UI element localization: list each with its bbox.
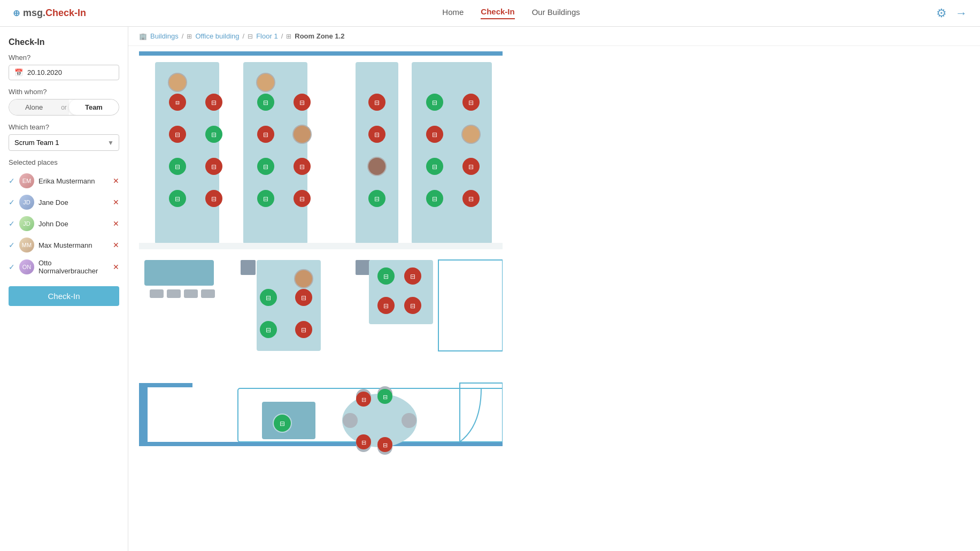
chair-4 (201, 289, 215, 298)
content-area: 🏢 Buildings / ⊞ Office building / ⊟ Floo… (128, 27, 980, 551)
bc-sep-1: / (182, 32, 184, 40)
mir8: ⊟ (432, 131, 437, 139)
mi8: ⊟ (211, 195, 217, 203)
mrtr3: ⊟ (383, 442, 388, 448)
door-arc (460, 388, 481, 442)
settings-icon[interactable]: ⚙ (936, 6, 947, 20)
sidebar: Check-In When? 📅 20.10.2020 With whom? A… (0, 27, 128, 551)
mrmg1: ⊟ (383, 273, 389, 280)
header: ⊕ msg.Check-In Home Check-In Our Buildin… (0, 0, 980, 27)
monitor-icon-2: ⊟ (211, 99, 217, 106)
rt-chair-right (402, 413, 416, 428)
main-layout: Check-In When? 📅 20.10.2020 With whom? A… (0, 27, 980, 551)
remove-john[interactable]: ✕ (113, 219, 119, 228)
person-row-erika: ✓ EM Erika Mustermann ✕ (9, 171, 119, 191)
breadcrumb-floor[interactable]: Floor 1 (256, 32, 277, 40)
mrtr1: ⊟ (361, 396, 366, 403)
mmr2: ⊟ (301, 326, 306, 334)
breadcrumb-room-zone: Room Zone 1.2 (295, 32, 344, 40)
calendar-icon: 📅 (14, 68, 23, 76)
mir2: ⊟ (263, 131, 268, 139)
mi7: ⊟ (175, 195, 180, 203)
team-select[interactable]: Scrum Team 1 Scrum Team 2 Design Team (9, 134, 119, 151)
mmeetg1: ⊟ (280, 420, 285, 427)
avatar-otto: ON (19, 259, 34, 274)
sidebar-title: Check-In (9, 37, 119, 47)
chair-1 (150, 289, 164, 298)
mrmr2: ⊟ (383, 302, 389, 310)
cluster-bg-3 (356, 62, 398, 244)
check-icon-john: ✓ (9, 219, 15, 228)
nav-buildings[interactable]: Our Buildings (532, 7, 580, 19)
team-button[interactable]: Team (69, 100, 119, 115)
left-wall-bottom (139, 383, 143, 442)
mrmr1: ⊟ (410, 273, 415, 280)
avatar-john: JD (19, 216, 34, 231)
remove-max[interactable]: ✕ (113, 241, 119, 249)
monitor-icon-1: ⊟ (175, 99, 179, 106)
remove-erika[interactable]: ✕ (113, 177, 119, 185)
checkin-button[interactable]: Check-In (9, 286, 119, 306)
mig2: ⊟ (263, 163, 268, 171)
mir10: ⊟ (468, 195, 474, 203)
avatar-erika: EM (19, 173, 34, 188)
nav-home[interactable]: Home (442, 7, 464, 19)
logout-icon[interactable]: → (955, 6, 967, 20)
breadcrumb-buildings[interactable]: Buildings (150, 32, 179, 40)
mrtr2: ⊟ (361, 439, 366, 446)
floor-plan-svg: ⊟ ⊟ ⊟ ⊟ ⊟ ⊟ ⊟ ⊟ (139, 51, 503, 458)
main-nav: Home Check-In Our Buildings (442, 7, 580, 19)
room-outline (438, 260, 503, 351)
when-label: When? (9, 53, 119, 62)
breadcrumb: 🏢 Buildings / ⊞ Office building / ⊟ Floo… (128, 27, 980, 46)
mid-person-face (295, 270, 312, 287)
entry-inner (143, 387, 148, 442)
remove-jane[interactable]: ✕ (113, 198, 119, 206)
check-icon-otto: ✓ (9, 263, 15, 271)
mig1: ⊟ (263, 99, 268, 106)
cluster-bg-4 (412, 62, 492, 244)
logo-icon: ⊕ (13, 8, 20, 18)
mmg2: ⊟ (266, 326, 271, 334)
alone-team-toggle: Alone or Team (9, 99, 119, 116)
desk-person-face (169, 74, 186, 91)
breadcrumb-office[interactable]: Office building (195, 32, 239, 40)
alone-button[interactable]: Alone (9, 100, 59, 115)
corridor (139, 243, 503, 249)
selected-places-label: Selected places (9, 158, 119, 166)
mi3: ⊟ (175, 131, 180, 139)
c4-pf (462, 126, 480, 143)
date-field[interactable]: 📅 20.10.2020 (9, 65, 119, 80)
mig7: ⊟ (432, 195, 437, 203)
mig4: ⊟ (374, 195, 380, 203)
check-icon-max: ✓ (9, 241, 15, 249)
avatar-jane: JD (19, 195, 34, 210)
logo: ⊕ msg.Check-In (13, 7, 86, 19)
which-team-label: Which team? (9, 123, 119, 131)
mig3: ⊟ (263, 195, 268, 203)
nav-checkin[interactable]: Check-In (481, 7, 514, 19)
mir4: ⊟ (299, 195, 305, 203)
mmg1: ⊟ (266, 294, 271, 302)
mir5: ⊟ (374, 99, 380, 106)
with-whom-label: With whom? (9, 88, 119, 96)
wall-block-1 (241, 260, 256, 275)
person-row-jane: ✓ JD Jane Doe ✕ (9, 192, 119, 212)
mig5: ⊟ (432, 99, 437, 106)
c2pf (257, 74, 274, 91)
mir7: ⊟ (468, 99, 474, 106)
avatar-max: MM (19, 238, 34, 252)
mi4: ⊟ (211, 131, 217, 139)
check-icon-jane: ✓ (9, 198, 15, 206)
bc-sep-2: / (243, 32, 245, 40)
office-icon: ⊞ (187, 33, 192, 40)
top-wall (139, 51, 503, 56)
mir9: ⊟ (468, 163, 474, 171)
mmr1: ⊟ (301, 294, 306, 302)
name-john: John Doe (38, 220, 109, 228)
mi5: ⊟ (175, 163, 180, 171)
chair-3 (184, 289, 198, 298)
remove-otto[interactable]: ✕ (113, 263, 119, 271)
date-value: 20.10.2020 (27, 68, 62, 76)
cluster-bg-2 (243, 62, 307, 244)
